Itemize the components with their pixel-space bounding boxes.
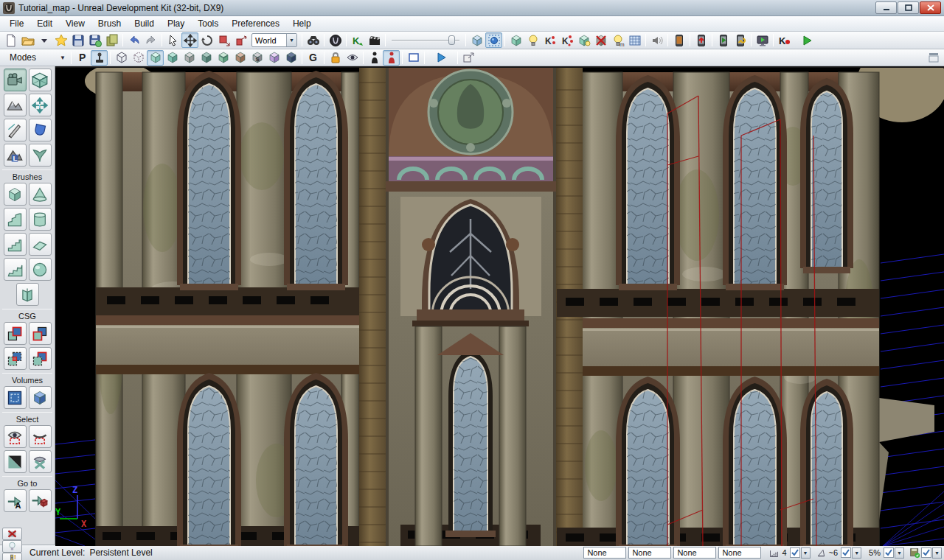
- float-panel-button[interactable]: [925, 50, 942, 66]
- scale-snap-checkbox[interactable]: [884, 547, 894, 558]
- kismet-debugger-button[interactable]: K: [776, 32, 793, 48]
- kismet-button[interactable]: K: [349, 32, 366, 48]
- game-view-button[interactable]: G: [305, 50, 322, 66]
- csg-subtract-button[interactable]: [29, 322, 52, 345]
- menu-edit[interactable]: Edit: [30, 17, 59, 30]
- drag-grid-checkbox[interactable]: [790, 547, 800, 558]
- close-button[interactable]: [920, 1, 941, 14]
- volume-cube-button[interactable]: [29, 386, 52, 409]
- scale-nonuniform-button[interactable]: [232, 32, 249, 48]
- detach-viewport-button[interactable]: [460, 50, 477, 66]
- brush-cylinder-button[interactable]: [29, 208, 52, 231]
- menu-view[interactable]: View: [59, 17, 91, 30]
- view-wireframe-button[interactable]: [113, 50, 130, 66]
- paths-status-button[interactable]: !: [2, 553, 22, 560]
- landscape-mode-button[interactable]: L: [4, 144, 27, 167]
- light-bulb-button[interactable]: [524, 32, 541, 48]
- foliage-mode-button[interactable]: [29, 144, 52, 167]
- maximize-button[interactable]: [898, 1, 919, 14]
- view-lit-button[interactable]: [164, 50, 181, 66]
- translucency-cube-button[interactable]: [468, 32, 485, 48]
- far-plane-slider[interactable]: [392, 34, 459, 47]
- brush-sphere-button[interactable]: [29, 258, 52, 281]
- csg-intersect-button[interactable]: [4, 347, 27, 370]
- save-all-button[interactable]: [86, 32, 103, 48]
- camera-speed-button[interactable]: [344, 50, 361, 66]
- lock-viewport-button[interactable]: [327, 50, 344, 66]
- scale-button[interactable]: [215, 32, 232, 48]
- menu-preferences[interactable]: Preferences: [225, 17, 286, 30]
- play-this-viewport-button[interactable]: [427, 50, 455, 66]
- goto-builder-brush-button[interactable]: [29, 489, 52, 512]
- undo-button[interactable]: [125, 32, 142, 48]
- geometry-edit-mode-button[interactable]: [4, 119, 27, 141]
- rotation-grid-dropdown[interactable]: ▼: [852, 547, 861, 559]
- mobile-device-button[interactable]: [670, 32, 687, 48]
- coordinate-system-dropdown[interactable]: World▼: [251, 33, 297, 47]
- hide-selected-button[interactable]: [29, 425, 52, 448]
- translate-button[interactable]: [181, 32, 198, 48]
- redo-button[interactable]: [142, 32, 159, 48]
- quick-grid-button[interactable]: [626, 32, 643, 48]
- brush-linear-stairs-button[interactable]: [4, 233, 27, 256]
- matinee-button[interactable]: [366, 32, 383, 48]
- save-button[interactable]: [69, 32, 86, 48]
- viewport-canvas[interactable]: Z Y X: [55, 68, 944, 546]
- builder-brush-toggle-button[interactable]: [485, 32, 502, 48]
- autosave-disabled-button[interactable]: [2, 528, 22, 540]
- search-binoculars-button[interactable]: [305, 32, 322, 48]
- brush-cone-button[interactable]: [29, 183, 52, 206]
- volume-add-button[interactable]: [4, 386, 27, 409]
- play-from-here-button[interactable]: [91, 50, 108, 66]
- csg-add-button[interactable]: [4, 322, 27, 345]
- eject-player-button[interactable]: [383, 50, 400, 66]
- show-selected-button[interactable]: [4, 425, 27, 448]
- menu-file[interactable]: File: [3, 17, 30, 30]
- open-folder-button[interactable]: [19, 32, 36, 48]
- level-combo-3[interactable]: None: [673, 547, 716, 559]
- possess-player-button[interactable]: [366, 50, 383, 66]
- view-lightmap-density-button[interactable]: [266, 50, 282, 66]
- view-texture-density-button[interactable]: [215, 50, 232, 66]
- play-on-device-button[interactable]: [715, 32, 732, 48]
- perspective-viewport[interactable]: Z Y X: [55, 66, 944, 545]
- socket-cube-button[interactable]: [507, 32, 524, 48]
- view-brush-wireframe-button[interactable]: [130, 50, 147, 66]
- rotate-button[interactable]: [198, 32, 215, 48]
- autosave-dropdown[interactable]: ▼: [932, 547, 942, 559]
- no-emissive-button[interactable]: [592, 32, 609, 48]
- level-combo-4[interactable]: None: [718, 547, 761, 559]
- play-in-editor-button[interactable]: [793, 32, 821, 48]
- scale-snap-dropdown[interactable]: ▼: [895, 547, 904, 559]
- menu-brush[interactable]: Brush: [91, 17, 128, 30]
- device-settings-button[interactable]: [732, 32, 749, 48]
- view-lighting-only-button[interactable]: [198, 50, 215, 66]
- view-unlit-button[interactable]: [147, 50, 164, 66]
- realtime-audio-button[interactable]: [648, 32, 665, 48]
- modes-dropdown[interactable]: Modes▼: [2, 51, 69, 65]
- geometry-mode-button[interactable]: [29, 69, 52, 91]
- camera-mode-button[interactable]: [4, 69, 27, 91]
- select-arrow-button[interactable]: [164, 32, 181, 48]
- save-copies-button[interactable]: [103, 32, 120, 48]
- csg-deintersect-button[interactable]: [29, 347, 52, 370]
- brush-curved-stairs-button[interactable]: [4, 208, 27, 231]
- mesh-paint-mode-button[interactable]: [29, 119, 52, 141]
- view-detail-lighting-button[interactable]: [181, 50, 198, 66]
- brush-cube-button[interactable]: [4, 183, 27, 206]
- deselect-all-button[interactable]: [29, 450, 52, 473]
- kismet-socket-alt-button[interactable]: K: [558, 32, 575, 48]
- level-combo-1[interactable]: None: [583, 547, 626, 559]
- menu-tools[interactable]: Tools: [191, 17, 225, 30]
- kismet-socket-button[interactable]: K: [541, 32, 558, 48]
- view-static-mesh-button[interactable]: S: [249, 50, 266, 66]
- menu-help[interactable]: Help: [286, 17, 318, 30]
- brush-spiral-stairs-button[interactable]: [4, 258, 27, 281]
- autosave-checkbox[interactable]: [921, 547, 931, 558]
- brush-sheet-button[interactable]: [29, 233, 52, 256]
- invert-selection-button[interactable]: [4, 450, 27, 473]
- terrain-mode-button[interactable]: [4, 94, 27, 116]
- open-dropdown-button[interactable]: [36, 32, 52, 48]
- menu-play[interactable]: Play: [161, 17, 191, 30]
- maximize-viewport-button[interactable]: [405, 50, 422, 66]
